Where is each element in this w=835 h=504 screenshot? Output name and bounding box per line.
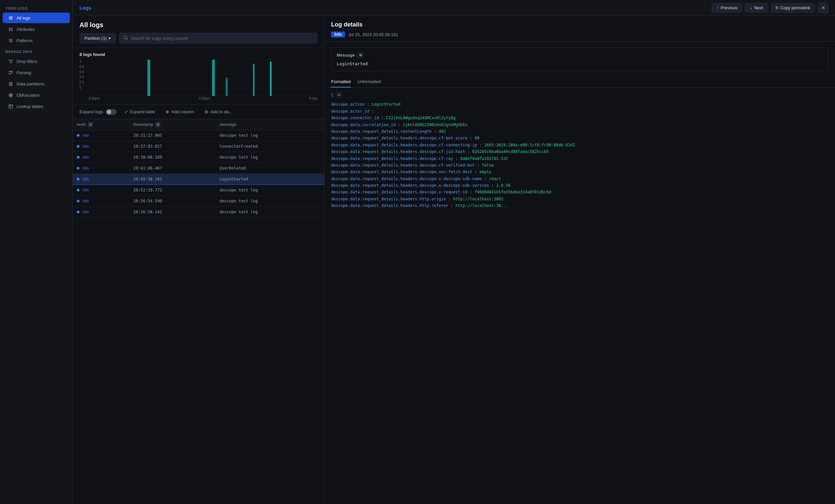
expand-logs-control[interactable]: Expand logs <box>79 109 117 115</box>
timestamp-value: 20:31:17.905 <box>134 133 162 138</box>
partition-label: Partition (1) <box>84 36 107 41</box>
close-button[interactable]: ✕ <box>818 3 828 13</box>
level-text: info <box>82 155 89 160</box>
tab-formatted[interactable]: Formatted <box>331 77 351 87</box>
expand-logs-toggle[interactable] <box>106 109 117 115</box>
table-row[interactable]: info 20:45:38.181 LoginStarted <box>73 174 324 185</box>
message-value: descope test log <box>220 188 258 193</box>
svg-point-12 <box>11 41 12 42</box>
sidebar-item-all-logs[interactable]: All logs <box>3 13 70 23</box>
message-value: ConnectorCreated <box>220 144 258 149</box>
sidebar-item-parsing[interactable]: Parsing <box>3 67 70 78</box>
log-table: level ✕ timestamp ✕ <box>73 119 324 218</box>
svg-rect-8 <box>11 30 13 31</box>
table-row[interactable]: info 20:56:58.142 descope test log <box>73 207 324 218</box>
table-row[interactable]: info 20:41:46.467 UserDeleted <box>73 163 324 174</box>
sidebar-item-obfuscation[interactable]: Obfuscation <box>3 90 70 100</box>
patterns-icon <box>8 38 13 43</box>
logs-header: All logs Partition (1) ▾ <box>73 16 324 48</box>
sidebar-all-logs-label: All logs <box>17 16 30 21</box>
sidebar-item-lookup-tables[interactable]: Lookup tables <box>3 101 70 112</box>
level-cell: info <box>73 163 129 174</box>
add-to-da-button[interactable]: ⊞ Add to da... <box>202 108 235 116</box>
svg-rect-38 <box>253 64 254 96</box>
add-column-button[interactable]: ⊕ Add column <box>163 108 197 116</box>
prev-label: Previous <box>721 5 738 10</box>
level-text: info <box>82 209 89 214</box>
next-button[interactable]: ↓ Next <box>745 3 768 13</box>
json-line: descope.data.request_details.headers.des… <box>331 189 828 195</box>
previous-button[interactable]: ↑ Previous <box>712 3 742 13</box>
svg-point-11 <box>9 41 10 42</box>
level-cell: info <box>73 141 129 152</box>
sidebar-parsing-label: Parsing <box>17 70 31 75</box>
level-text: info <box>82 177 89 181</box>
table-row[interactable]: info 20:52:10.772 descope test log <box>73 185 324 196</box>
timestamp-value: 20:52:10.772 <box>134 188 162 193</box>
copy-permalink-button[interactable]: ⎘ Copy permalink <box>771 3 815 13</box>
chart-area: 8 logs found 1 0.8 0.6 0.4 0.2 0 <box>73 48 324 105</box>
svg-rect-36 <box>212 60 215 96</box>
partition-button[interactable]: Partition (1) ▾ <box>79 33 116 43</box>
message-cell: descope test log <box>216 196 324 207</box>
json-line: descope.data.request_details.headers.des… <box>331 148 828 155</box>
table-controls: Expand logs ⤢ Expand table ⊕ Add column … <box>73 105 324 119</box>
timestamp-cell: 20:45:38.181 <box>129 174 216 185</box>
sidebar-drop-filters-label: Drop filters <box>17 59 37 64</box>
message-label: Message <box>337 53 355 58</box>
parsing-icon <box>8 70 13 75</box>
prev-icon: ↑ <box>716 5 719 10</box>
timestamp-value: 20:56:54.540 <box>134 199 162 203</box>
logs-controls: Partition (1) ▾ <box>79 33 318 44</box>
level-column-header: level ✕ <box>73 119 129 130</box>
json-line: descope.data.request_details.headers.htt… <box>331 196 828 202</box>
json-line: descope.action : LoginStarted <box>331 101 828 108</box>
table-row[interactable]: info 20:56:54.540 descope test log <box>73 196 324 207</box>
svg-rect-13 <box>9 71 10 72</box>
copy-message-icon[interactable]: ⧉ <box>358 52 364 58</box>
json-key: descope.data.request_details.headers.des… <box>331 136 468 140</box>
message-box: Message ⧉ LoginStarted <box>331 47 828 71</box>
timestamp-cell: 20:31:17.905 <box>129 130 216 141</box>
topbar-title: Logs <box>79 5 91 11</box>
search-input[interactable] <box>131 36 313 41</box>
table-row[interactable]: info 20:38:08.189 descope test log <box>73 152 324 163</box>
next-label: Next <box>754 5 763 10</box>
level-text: info <box>82 199 89 203</box>
timestamp-value: 20:37:03.027 <box>134 144 162 149</box>
log-table-wrapper: level ✕ timestamp ✕ <box>73 119 324 504</box>
sidebar-item-data-partitions[interactable]: Data partitions <box>3 79 70 89</box>
level-col-close[interactable]: ✕ <box>88 122 93 127</box>
json-key: descope.data.request_details.contentLeng… <box>331 129 431 134</box>
data-partitions-icon <box>8 81 13 86</box>
json-open-brace: { <box>331 92 333 98</box>
sidebar-item-drop-filters[interactable]: Drop filters <box>3 56 70 66</box>
expand-table-button[interactable]: ⤢ Expand table <box>122 108 158 116</box>
table-row[interactable]: info 20:31:17.905 descope test log <box>73 130 324 141</box>
sidebar-attributes-label: Attributes <box>17 27 35 32</box>
chart-container: 1 0.8 0.6 0.4 0.2 0 <box>79 60 318 96</box>
table-row[interactable]: info 20:37:03.027 ConnectorCreated <box>73 141 324 152</box>
svg-point-10 <box>11 39 12 40</box>
json-key: descope.data.request_details.headers.des… <box>331 149 465 154</box>
level-text: info <box>82 133 89 138</box>
timestamp-value: 20:41:46.467 <box>134 166 162 170</box>
level-dot <box>77 145 79 148</box>
message-cell: UserDeleted <box>216 163 324 174</box>
json-line: descope.data.request_details.headers.htt… <box>331 202 828 209</box>
sidebar-item-patterns[interactable]: Patterns <box>3 35 70 46</box>
list-icon <box>8 15 13 21</box>
logs-found: 8 logs found <box>79 52 318 57</box>
timestamp-col-close[interactable]: ✕ <box>155 122 161 127</box>
sidebar-item-attributes[interactable]: Attributes <box>3 24 70 35</box>
svg-rect-15 <box>9 73 10 75</box>
sidebar: YOUR LOGS All logs Attributes <box>0 0 73 504</box>
copy-json-icon[interactable]: ⧉ <box>336 92 342 98</box>
search-bar <box>119 33 318 44</box>
svg-rect-6 <box>11 28 13 28</box>
json-key: descope.data.request_details.headers.des… <box>331 183 489 188</box>
tab-unformatted[interactable]: Unformatted <box>357 77 381 87</box>
timestamp-value: 20:45:38.181 <box>134 177 162 181</box>
logs-panel: All logs Partition (1) ▾ <box>73 16 324 504</box>
json-key: descope.connector_id <box>331 116 379 120</box>
